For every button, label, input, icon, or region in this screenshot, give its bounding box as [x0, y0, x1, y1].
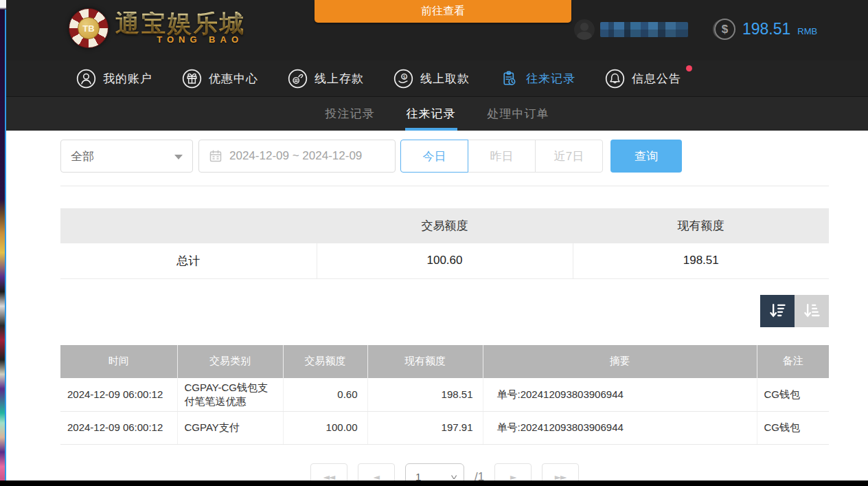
site-header: TB 通宝娱乐城 TONG BAO 前往查看 $ 198.51 RMB — [6, 0, 868, 60]
summary-total-row: 总计 100.60 198.51 — [60, 243, 829, 278]
date-range-input[interactable] — [229, 149, 385, 163]
tab-processing-orders[interactable]: 处理中订单 — [486, 97, 551, 131]
nav-item-promotions[interactable]: 优惠中心 — [181, 68, 258, 89]
summary-total-label: 总计 — [60, 243, 317, 278]
sort-ascending-button[interactable] — [795, 295, 829, 327]
tab-betting-records[interactable]: 投注记录 — [324, 97, 376, 131]
cell-summary: 单号:202412093803906944 — [483, 378, 757, 412]
site-logo[interactable]: TB 通宝娱乐城 TONG BAO — [69, 8, 246, 48]
main-nav: 我的账户 优惠中心 — [6, 60, 868, 96]
bottom-taskbar-edge — [0, 481, 868, 486]
last7days-button[interactable]: 近7日 — [535, 140, 603, 173]
chip-badge: TB — [78, 17, 100, 39]
yesterday-button[interactable]: 昨日 — [468, 140, 536, 173]
logo-title: 通宝娱乐城 — [115, 12, 246, 36]
filter-row: 全部 今日 昨日 近7日 — [60, 140, 829, 173]
avatar — [574, 19, 595, 40]
col-summary: 摘要 — [483, 345, 757, 378]
user-area — [574, 19, 688, 40]
cell-time: 2024-12-09 06:00:12 — [60, 411, 177, 444]
summary-total-balance: 198.51 — [573, 243, 829, 278]
desktop-background-sliver — [0, 0, 6, 486]
chevron-down-icon — [174, 155, 183, 159]
balance-amount: 198.51 — [742, 20, 790, 38]
nav-item-my-account[interactable]: 我的账户 — [76, 68, 152, 89]
cell-time: 2024-12-09 06:00:12 — [60, 378, 177, 412]
nav-label: 线上取款 — [420, 71, 470, 87]
nav-label: 往来记录 — [526, 71, 575, 87]
casino-chip-icon: TB — [69, 8, 108, 48]
coin-icon: $ — [714, 19, 735, 40]
col-amount: 交易额度 — [283, 345, 367, 378]
nav-label: 线上存款 — [315, 71, 364, 87]
content-area: 全部 今日 昨日 近7日 — [6, 131, 868, 486]
nav-item-announcements[interactable]: 信息公告 — [604, 68, 681, 89]
table-row: 2024-12-09 06:00:12 CGPAY支付 100.00 197.9… — [60, 411, 829, 444]
cell-balance: 198.51 — [367, 378, 483, 412]
type-select[interactable]: 全部 — [60, 140, 193, 173]
nav-item-records[interactable]: 往来记录 — [499, 68, 575, 89]
search-button[interactable]: 查询 — [610, 140, 682, 173]
username-redacted — [600, 22, 688, 37]
cell-note: CG钱包 — [757, 411, 829, 444]
cell-amount: 0.60 — [283, 378, 367, 412]
calendar-icon — [209, 149, 222, 163]
col-balance: 现有额度 — [367, 345, 483, 378]
nav-label: 我的账户 — [103, 71, 152, 87]
quick-date-buttons: 今日 昨日 近7日 — [400, 140, 603, 173]
deposit-icon — [287, 68, 308, 89]
svg-text:$: $ — [403, 74, 406, 79]
logo-texts: 通宝娱乐城 TONG BAO — [115, 12, 246, 45]
section-divider — [60, 186, 829, 186]
col-note: 备注 — [757, 345, 829, 378]
table-row: 2024-12-09 06:00:12 CGPAY-CG钱包支付笔笔送优惠 0.… — [60, 378, 829, 412]
tab-transaction-records[interactable]: 往来记录 — [405, 97, 457, 131]
cell-type: CGPAY支付 — [177, 411, 283, 444]
cell-summary: 单号:202412093803906944 — [483, 411, 757, 444]
summary-header-row: 交易额度 现有额度 — [60, 208, 829, 243]
nav-item-deposit[interactable]: 线上存款 — [287, 68, 364, 89]
window-edge-line — [5, 10, 6, 486]
go-view-banner-button[interactable]: 前往查看 — [315, 0, 571, 23]
today-button[interactable]: 今日 — [400, 140, 468, 173]
col-type: 交易类别 — [177, 345, 283, 378]
chevron-down-icon: ˅ — [451, 473, 458, 481]
notification-dot — [686, 65, 692, 71]
type-select-value: 全部 — [71, 148, 94, 164]
cell-note: CG钱包 — [757, 378, 829, 412]
gift-icon — [181, 68, 203, 89]
balance-currency: RMB — [797, 26, 817, 36]
summary-header-transaction: 交易额度 — [317, 208, 573, 243]
summary-header-balance: 现有额度 — [573, 208, 829, 243]
withdraw-icon: $ — [393, 68, 414, 89]
cell-amount: 100.00 — [283, 411, 367, 444]
bell-icon — [604, 68, 626, 89]
nav-item-withdraw[interactable]: $ 线上取款 — [393, 68, 470, 89]
transaction-records-page: TB 通宝娱乐城 TONG BAO 前往查看 $ 198.51 RMB — [0, 0, 868, 486]
summary-table: 交易额度 现有额度 总计 100.60 198.51 — [60, 208, 829, 279]
user-icon — [76, 68, 97, 89]
sort-descending-icon — [768, 301, 787, 320]
col-time: 时间 — [60, 345, 177, 378]
records-icon — [499, 68, 520, 89]
logo-subtitle: TONG BAO — [115, 34, 246, 45]
records-header-row: 时间 交易类别 交易额度 现有额度 摘要 备注 — [60, 345, 829, 378]
date-range-picker[interactable] — [198, 140, 396, 173]
nav-label: 信息公告 — [632, 71, 681, 87]
sort-descending-button[interactable] — [760, 295, 795, 327]
summary-total-transaction: 100.60 — [317, 243, 573, 278]
sort-controls — [60, 295, 829, 327]
cell-balance: 197.91 — [367, 411, 483, 444]
balance-display: $ 198.51 RMB — [714, 19, 817, 40]
sort-ascending-icon — [802, 301, 821, 320]
sub-nav: 投注记录 往来记录 处理中订单 — [6, 96, 868, 131]
cell-type: CGPAY-CG钱包支付笔笔送优惠 — [177, 378, 283, 412]
summary-header-empty — [60, 208, 317, 243]
nav-label: 优惠中心 — [209, 71, 258, 87]
records-table: 时间 交易类别 交易额度 现有额度 摘要 备注 2024-12-09 06:00… — [60, 345, 829, 445]
